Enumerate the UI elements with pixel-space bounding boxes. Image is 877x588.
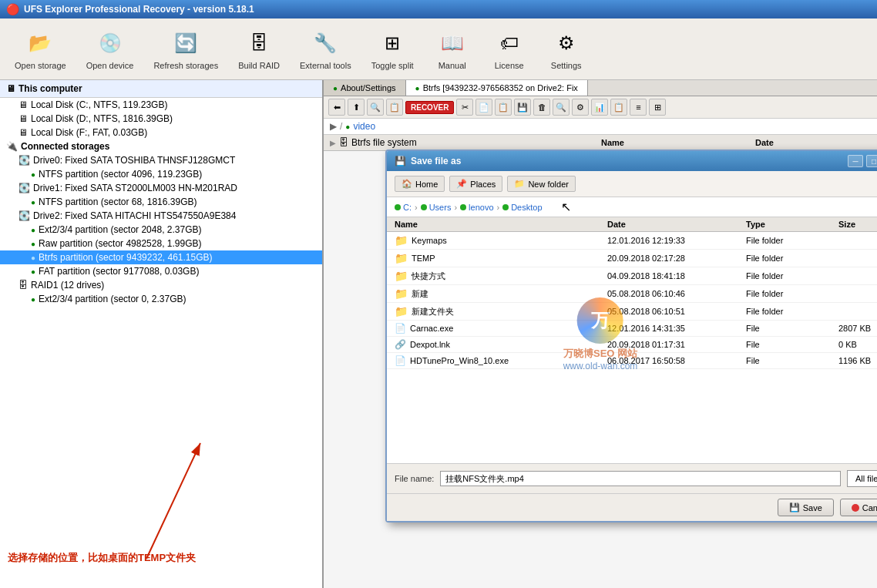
file-icon-hdtune: 📄 [395,355,406,366]
toolbar-btn-cut[interactable]: ✂ [456,99,473,116]
toolbar-label-open-storage: Open storage [15,61,66,70]
col-type-header: Type [746,220,838,229]
title-bar: 🔴 UFS Explorer Professional Recovery - v… [0,0,877,18]
breadcrumb-dot-lenovo [460,204,466,210]
tree-item-local-d[interactable]: 🖥 Local Disk (D:, NTFS, 1816.39GB) [0,112,322,126]
raid1-ext-label: Ext2/3/4 partition (sector 0, 2.37GB) [39,294,186,304]
path-video[interactable]: video [353,121,375,132]
file-label-carnac: Carnac.exe [410,324,453,333]
file-size-hdtune: 1196 KB [838,356,877,365]
toolbar-btn-list2[interactable]: ≡ [630,99,647,116]
cancel-button[interactable]: Cancel [840,499,877,516]
file-row-xingjian2[interactable]: 📁 新建文件夹 05.08.2018 06:10:51 File folder [387,303,877,321]
breadcrumb-c-label: C: [403,203,412,212]
tree-item-drive2-btrfs[interactable]: ● Btrfs partition (sector 9439232, 461.1… [0,250,322,264]
col-date-header: Date [607,220,746,229]
drive2-fat-label: FAT partition (sector 9177088, 0.03GB) [39,266,199,277]
file-row-hdtune[interactable]: 📄 HDTunePro_Win8_10.exe 06.08.2017 16:50… [387,353,877,369]
toolbar-btn-settings[interactable]: ⚙ Settings [539,24,593,74]
places-button[interactable]: 📌 Places [449,176,502,192]
toolbar-btn-copy1[interactable]: 📋 [386,99,403,116]
new-folder-button[interactable]: 📁 New folder [507,176,576,192]
dot-green-raid: ● [31,295,35,304]
fs-name: Btrfs file system [351,137,417,148]
file-list-header-row: ▶ 🗄 Btrfs file system Name Date [324,135,877,151]
toolbar-btn-manual[interactable]: 📖 Manual [425,24,479,74]
tab-about-settings[interactable]: ● About/Settings [324,80,406,96]
breadcrumb-desktop[interactable]: Desktop [502,203,542,212]
toolbar-btn-list1[interactable]: 📋 [610,99,627,116]
toolbar-btn-toggle-split[interactable]: ⊞ Toggle split [363,24,422,74]
filename-input[interactable] [440,471,841,486]
tree-item-local-c[interactable]: 🖥 Local Disk (C:, NTFS, 119.23GB) [0,98,322,112]
toolbar-btn-del[interactable]: 🗑 [533,99,550,116]
breadcrumb-c[interactable]: C: [395,203,412,212]
toolbar-btn-gear[interactable]: ⚙ [572,99,589,116]
file-row-dexpot[interactable]: 🔗 Dexpot.lnk 20.09.2018 01:17:31 File 0 … [387,337,877,353]
file-row-carnac[interactable]: 📄 Carnac.exe 12.01.2016 14:31:35 File 28… [387,321,877,337]
fs-icon: 🗄 [339,137,348,148]
file-date-xingjian2: 05.08.2018 06:10:51 [607,307,746,316]
toolbar-btn-chart[interactable]: 📊 [591,99,608,116]
drive2-ext-label: Ext2/3/4 partition (sector 2048, 2.37GB) [39,224,201,235]
file-icon-dexpot: 🔗 [395,339,406,350]
breadcrumb-users[interactable]: Users [421,203,452,212]
breadcrumb-lenovo[interactable]: lenovo [460,203,493,212]
toolbar-btn-back[interactable]: ⬅ [328,99,345,116]
file-date-dexpot: 20.09.2018 01:17:31 [607,340,746,349]
toolbar-btn-refresh-storages[interactable]: 🔄 Refresh storages [145,24,227,74]
tree-item-drive1[interactable]: 💽 Drive1: Fixed SATA ST2000LM003 HN-M201… [0,181,322,195]
tree-item-drive0[interactable]: 💽 Drive0: Fixed SATA TOSHIBA THNSFJ128GM… [0,153,322,167]
toolbar-btn-search2[interactable]: 🔍 [553,99,570,116]
file-label-xingjian2: 新建文件夹 [412,306,454,318]
file-row-temp[interactable]: 📁 TEMP 20.09.2018 02:17:28 File folder [387,250,877,267]
tree-item-local-f[interactable]: 🖥 Local Disk (F:, FAT, 0.03GB) [0,126,322,139]
tree-item-drive2-label: Drive2: Fixed SATA HITACHI HTS547550A9E3… [33,210,236,221]
toolbar-btn-external-tools[interactable]: 🔧 External tools [291,24,360,74]
tree-item-drive2[interactable]: 💽 Drive2: Fixed SATA HITACHI HTS547550A9… [0,209,322,223]
breadcrumb-desktop-label: Desktop [511,203,542,212]
toolbar-btn-save[interactable]: 💾 [514,99,531,116]
file-type-hdtune: File [746,356,838,365]
file-name-shortcut: 📁 快捷方式 [395,270,607,282]
new-folder-label: New folder [528,180,569,189]
toolbar-btn-open-device[interactable]: 💿 Open device [78,24,143,74]
breadcrumb-dot-c [395,204,401,210]
minimize-button[interactable]: ─ [848,155,863,167]
toolbar-btn-license[interactable]: 🏷 License [482,24,536,74]
tree-item-drive1-ntfs[interactable]: ● NTFS partition (sector 68, 1816.39GB) [0,195,322,209]
file-row-keymaps[interactable]: 📁 Keymaps 12.01.2016 12:19:33 File folde… [387,232,877,250]
breadcrumb-sep2: › [454,203,457,212]
tree-item-drive2-raw[interactable]: ● Raw partition (sector 4982528, 1.99GB) [0,237,322,250]
toolbar-btn-doc[interactable]: 📄 [475,99,492,116]
toolbar-btn-open-storage[interactable]: 📂 Open storage [6,24,75,74]
tab-dot-about: ● [333,84,338,92]
tree-item-drive2-ext[interactable]: ● Ext2/3/4 partition (sector 2048, 2.37G… [0,223,322,237]
tab-btrfs[interactable]: ● Btrfs [9439232-976568352 on Drive2: Fi… [406,80,588,96]
annotation-arrow [139,428,324,566]
toolbar-btn-copy2[interactable]: 📋 [495,99,512,116]
tab-about-label: About/Settings [341,83,396,92]
dialog-icon: 💾 [395,156,406,166]
breadcrumb-users-label: Users [429,203,452,212]
toolbar-btn-build-raid[interactable]: 🗄 Build RAID [230,24,288,74]
filetype-select[interactable]: All files [847,470,877,487]
save-button[interactable]: 💾 Save [778,499,834,516]
recover-button[interactable]: RECOVER [405,101,454,114]
file-row-xingjian[interactable]: 📁 新建 05.08.2018 06:10:46 File folder [387,285,877,303]
cancel-dot [852,504,859,512]
tree-item-raid1[interactable]: 🗄 RAID1 (12 drives) [0,278,322,292]
expand-icon[interactable]: ▶ [330,139,336,147]
tree-item-connected[interactable]: 🔌 Connected storages [0,139,322,153]
toolbar-btn-list3[interactable]: ⊞ [649,99,666,116]
maximize-button[interactable]: □ [866,155,877,167]
toolbar-btn-search1[interactable]: 🔍 [367,99,384,116]
toolbar-btn-fwd[interactable]: ⬆ [348,99,365,116]
main-toolbar: 📂 Open storage 💿 Open device 🔄 Refresh s… [0,18,877,80]
tree-item-drive2-fat[interactable]: ● FAT partition (sector 9177088, 0.03GB) [0,264,322,278]
home-button[interactable]: 🏠 Home [395,176,445,192]
tree-item-drive0-ntfs[interactable]: ● NTFS partition (sector 4096, 119.23GB) [0,167,322,181]
file-row-shortcut[interactable]: 📁 快捷方式 04.09.2018 18:41:18 File folder [387,267,877,285]
tree-item-raid1-ext[interactable]: ● Ext2/3/4 partition (sector 0, 2.37GB) [0,292,322,306]
file-label-shortcut: 快捷方式 [412,270,445,282]
